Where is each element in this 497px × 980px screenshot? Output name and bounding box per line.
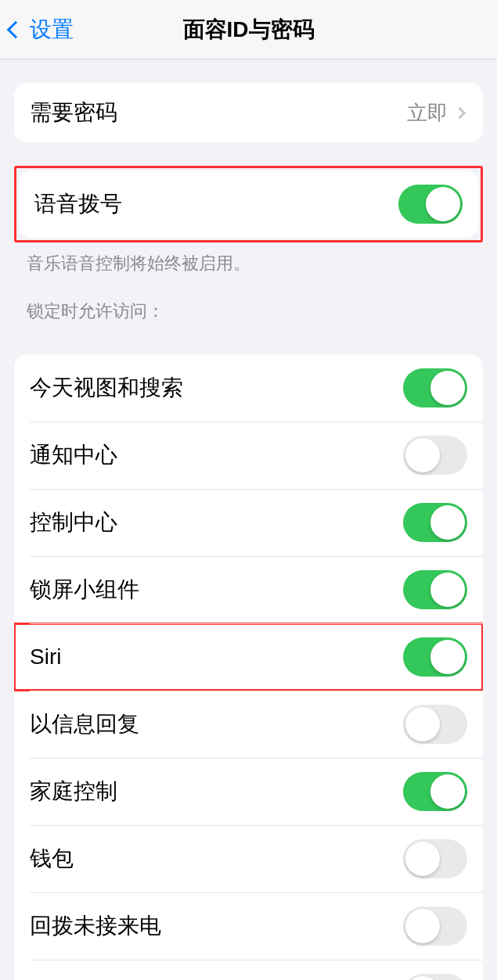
notification-center-row: 通知中心 — [14, 422, 483, 489]
today-view-search-row: 今天视图和搜索 — [14, 354, 483, 422]
home-control-toggle[interactable] — [403, 772, 467, 811]
return-missed-calls-label: 回拨未接来电 — [30, 911, 161, 941]
require-passcode-row[interactable]: 需要密码 立即 — [14, 83, 483, 142]
control-center-label: 控制中心 — [30, 508, 117, 537]
voice-dial-toggle[interactable] — [398, 185, 463, 224]
siri-label: Siri — [30, 644, 61, 669]
require-passcode-group: 需要密码 立即 — [14, 83, 483, 142]
page-title: 面容ID与密码 — [183, 15, 315, 45]
lock-screen-widgets-toggle[interactable] — [403, 570, 467, 609]
today-view-search-toggle[interactable] — [403, 368, 467, 407]
chevron-left-icon — [7, 20, 25, 38]
return-missed-calls-row: 回拨未接来电 — [14, 892, 483, 960]
return-missed-calls-toggle[interactable] — [403, 906, 467, 946]
wallet-label: 钱包 — [30, 844, 74, 874]
control-center-toggle[interactable] — [403, 503, 467, 542]
require-passcode-label: 需要密码 — [30, 98, 117, 127]
nav-bar: 设置 面容ID与密码 — [0, 0, 497, 59]
wallet-row: 钱包 — [14, 825, 483, 892]
voice-dial-label: 语音拨号 — [34, 189, 122, 219]
lock-screen-widgets-label: 锁屏小组件 — [30, 575, 139, 605]
allow-access-header: 锁定时允许访问： — [0, 276, 497, 331]
notification-center-label: 通知中心 — [30, 440, 117, 470]
usb-accessories-row: USB配件 — [14, 960, 483, 980]
today-view-search-label: 今天视图和搜索 — [30, 373, 183, 403]
reply-with-message-row: 以信息回复 — [14, 691, 483, 758]
notification-center-toggle[interactable] — [403, 436, 467, 475]
back-label: 设置 — [30, 15, 74, 45]
require-passcode-value: 立即 — [407, 99, 448, 127]
home-control-row: 家庭控制 — [14, 758, 483, 825]
voice-dial-footer: 音乐语音控制将始终被启用。 — [0, 242, 497, 276]
siri-toggle[interactable] — [403, 637, 467, 677]
voice-dial-row: 语音拨号 — [19, 171, 478, 238]
chevron-right-icon — [454, 106, 466, 119]
lock-screen-widgets-row: 锁屏小组件 — [14, 556, 483, 623]
voice-dial-highlight: 语音拨号 — [14, 166, 483, 242]
usb-accessories-toggle[interactable] — [403, 974, 467, 980]
home-control-label: 家庭控制 — [30, 777, 117, 806]
wallet-toggle[interactable] — [403, 839, 467, 878]
reply-with-message-label: 以信息回复 — [30, 709, 139, 739]
back-button[interactable]: 设置 — [0, 15, 74, 45]
reply-with-message-toggle[interactable] — [403, 705, 467, 744]
allow-access-group: 今天视图和搜索通知中心控制中心锁屏小组件Siri以信息回复家庭控制钱包回拨未接来… — [14, 354, 483, 980]
control-center-row: 控制中心 — [14, 489, 483, 556]
siri-row: Siri — [14, 623, 483, 691]
row-right: 立即 — [407, 99, 467, 127]
